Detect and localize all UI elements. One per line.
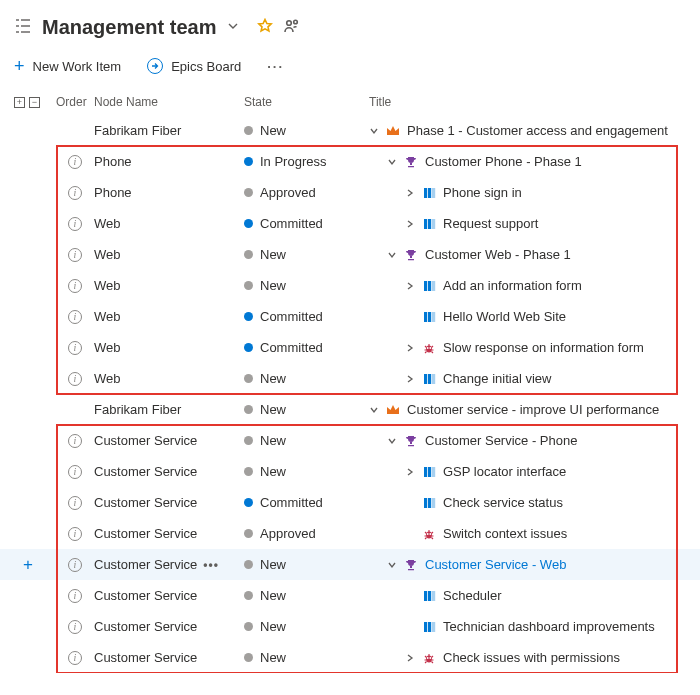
state-dot-icon — [244, 467, 253, 476]
table-row[interactable]: iWebNewChange initial view — [0, 363, 700, 394]
row-title-text: Customer Phone - Phase 1 — [425, 154, 582, 169]
title-dropdown-icon[interactable] — [227, 20, 239, 35]
column-headers: + − Order Node Name State Title — [0, 91, 700, 115]
expand-collapse-all[interactable]: + − — [0, 97, 56, 108]
column-order[interactable]: Order — [56, 95, 94, 109]
row-info-icon[interactable]: i — [56, 651, 94, 665]
table-row[interactable]: +iCustomer Service•••NewCustomer Service… — [0, 549, 700, 580]
column-node-name[interactable]: Node Name — [94, 95, 244, 109]
row-add-button[interactable]: + — [0, 555, 56, 575]
epics-board-button[interactable]: Epics Board — [147, 58, 241, 74]
row-info-icon[interactable]: i — [56, 558, 94, 572]
table-row[interactable]: iCustomer ServiceNewCustomer Service - P… — [0, 425, 700, 456]
collapse-all-icon[interactable]: − — [29, 97, 40, 108]
row-toggle-icon[interactable] — [405, 374, 415, 384]
row-info-icon[interactable]: i — [56, 217, 94, 231]
row-title[interactable]: Customer service - improve UI performanc… — [369, 402, 699, 417]
row-title[interactable]: Check service status — [369, 495, 699, 510]
row-toggle-icon[interactable] — [405, 467, 415, 477]
table-row[interactable]: iWebCommittedRequest support — [0, 208, 700, 239]
row-info-icon[interactable]: i — [56, 341, 94, 355]
table-row[interactable]: iCustomer ServiceNewTechnician dashboard… — [0, 611, 700, 642]
row-toggle-icon[interactable] — [369, 126, 379, 136]
row-title[interactable]: Technician dashboard improvements — [369, 619, 699, 634]
table-row[interactable]: iPhoneApprovedPhone sign in — [0, 177, 700, 208]
row-toggle-icon[interactable] — [405, 343, 415, 353]
row-title[interactable]: Customer Service - Web — [369, 557, 699, 572]
row-title[interactable]: Change initial view — [369, 371, 699, 386]
row-info-icon[interactable]: i — [56, 186, 94, 200]
table-row[interactable]: iWebCommittedHello World Web Site — [0, 301, 700, 332]
row-toggle-icon[interactable] — [387, 436, 397, 446]
row-title[interactable]: Phase 1 - Customer access and engagement — [369, 123, 699, 138]
table-row[interactable]: iWebNewCustomer Web - Phase 1 — [0, 239, 700, 270]
column-title[interactable]: Title — [369, 95, 699, 109]
svg-point-7 — [293, 20, 297, 24]
toolbar-more-button[interactable]: ··· — [267, 59, 284, 74]
row-info-icon[interactable]: i — [56, 589, 94, 603]
row-title[interactable]: Check issues with permissions — [369, 650, 699, 665]
state-dot-icon — [244, 560, 253, 569]
row-title[interactable]: Scheduler — [369, 588, 699, 603]
row-title[interactable]: Request support — [369, 216, 699, 231]
row-title-text: Slow response on information form — [443, 340, 644, 355]
table-row[interactable]: Fabrikam FiberNewCustomer service - impr… — [0, 394, 700, 425]
favorite-star-icon[interactable] — [257, 18, 273, 37]
page-title: Management team — [42, 16, 217, 39]
row-info-icon[interactable]: i — [56, 527, 94, 541]
row-title[interactable]: Customer Phone - Phase 1 — [369, 154, 699, 169]
row-info-icon[interactable]: i — [56, 279, 94, 293]
row-state: New — [244, 123, 369, 138]
row-toggle-icon[interactable] — [369, 405, 379, 415]
row-title[interactable]: Hello World Web Site — [369, 309, 699, 324]
row-more-icon[interactable]: ••• — [203, 558, 219, 572]
table-row[interactable]: iPhoneIn ProgressCustomer Phone - Phase … — [0, 146, 700, 177]
row-info-icon[interactable]: i — [56, 620, 94, 634]
row-title[interactable]: Add an information form — [369, 278, 699, 293]
row-title[interactable]: Customer Web - Phase 1 — [369, 247, 699, 262]
row-toggle-icon[interactable] — [405, 281, 415, 291]
table-row[interactable]: Fabrikam FiberNewPhase 1 - Customer acce… — [0, 115, 700, 146]
table-row[interactable]: iCustomer ServiceNewCheck issues with pe… — [0, 642, 700, 673]
row-state: New — [244, 464, 369, 479]
row-info-icon[interactable]: i — [56, 248, 94, 262]
expand-all-icon[interactable]: + — [14, 97, 25, 108]
row-toggle-icon[interactable] — [405, 188, 415, 198]
row-toggle-icon[interactable] — [387, 157, 397, 167]
trophy-icon — [403, 434, 419, 448]
row-info-icon[interactable]: i — [56, 372, 94, 386]
row-info-icon[interactable]: i — [56, 310, 94, 324]
row-info-icon[interactable]: i — [56, 496, 94, 510]
row-toggle-icon[interactable] — [387, 560, 397, 570]
row-toggle-icon[interactable] — [405, 653, 415, 663]
row-title[interactable]: Customer Service - Phone — [369, 433, 699, 448]
row-title[interactable]: Slow response on information form — [369, 340, 699, 355]
row-title-text: Phase 1 - Customer access and engagement — [407, 123, 668, 138]
row-node-name: Fabrikam Fiber — [94, 123, 244, 138]
table-row[interactable]: iCustomer ServiceApprovedSwitch context … — [0, 518, 700, 549]
row-info-icon[interactable]: i — [56, 465, 94, 479]
row-toggle-icon[interactable] — [405, 219, 415, 229]
row-title[interactable]: Phone sign in — [369, 185, 699, 200]
new-work-item-label: New Work Item — [33, 59, 122, 74]
state-dot-icon — [244, 374, 253, 383]
row-title[interactable]: Switch context issues — [369, 526, 699, 541]
row-title-text: Technician dashboard improvements — [443, 619, 655, 634]
column-state[interactable]: State — [244, 95, 369, 109]
row-title-text: Add an information form — [443, 278, 582, 293]
row-toggle-icon[interactable] — [387, 250, 397, 260]
row-title[interactable]: GSP locator interface — [369, 464, 699, 479]
table-row[interactable]: iWebCommittedSlow response on informatio… — [0, 332, 700, 363]
row-info-icon[interactable]: i — [56, 434, 94, 448]
table-row[interactable]: iWebNewAdd an information form — [0, 270, 700, 301]
table-row[interactable]: iCustomer ServiceNewGSP locator interfac… — [0, 456, 700, 487]
team-members-icon[interactable] — [283, 17, 301, 38]
row-info-icon[interactable]: i — [56, 155, 94, 169]
row-node-name: Web — [94, 247, 244, 262]
table-row[interactable]: iCustomer ServiceCommittedCheck service … — [0, 487, 700, 518]
table-row[interactable]: iCustomer ServiceNewScheduler — [0, 580, 700, 611]
new-work-item-button[interactable]: + New Work Item — [14, 57, 121, 75]
row-title-text: Change initial view — [443, 371, 551, 386]
state-dot-icon — [244, 219, 253, 228]
book-icon — [421, 589, 437, 603]
